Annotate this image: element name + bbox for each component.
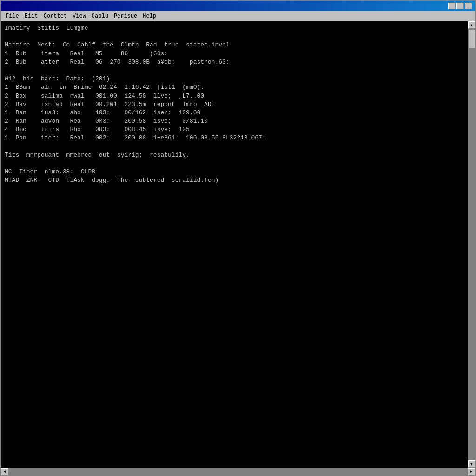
- menu-perisue[interactable]: Perisue: [111, 12, 140, 20]
- menu-bar: File Eiit Corttet View Caplu Perisue Hel…: [1, 11, 475, 21]
- title-bar: [1, 1, 475, 11]
- menu-help[interactable]: Help: [140, 12, 159, 20]
- scroll-right-button[interactable]: ►: [468, 468, 475, 476]
- title-bar-buttons: [448, 3, 472, 9]
- horizontal-scrollbar: ◄ ►: [1, 468, 475, 475]
- minimize-button[interactable]: [448, 3, 456, 9]
- main-window: File Eiit Corttet View Caplu Perisue Hel…: [0, 0, 476, 476]
- menu-corttet[interactable]: Corttet: [41, 12, 70, 20]
- menu-caplu[interactable]: Caplu: [89, 12, 111, 20]
- scroll-track[interactable]: [468, 29, 476, 460]
- scroll-up-button[interactable]: ▲: [468, 21, 476, 29]
- scroll-thumb[interactable]: [469, 30, 475, 48]
- close-button[interactable]: [465, 3, 472, 9]
- menu-view[interactable]: View: [70, 12, 89, 20]
- maximize-button[interactable]: [456, 3, 464, 9]
- scroll-left-button[interactable]: ◄: [1, 468, 8, 476]
- vertical-scrollbar: ▲ ▼: [468, 21, 475, 468]
- scroll-down-button[interactable]: ▼: [468, 460, 476, 468]
- terminal-output[interactable]: Imatiry Stitis Lumgme Mattire Mest: Co C…: [1, 21, 468, 468]
- content-area: Imatiry Stitis Lumgme Mattire Mest: Co C…: [1, 21, 475, 468]
- menu-eiit[interactable]: Eiit: [22, 12, 41, 20]
- menu-file[interactable]: File: [3, 12, 22, 20]
- h-scroll-track[interactable]: [8, 468, 468, 476]
